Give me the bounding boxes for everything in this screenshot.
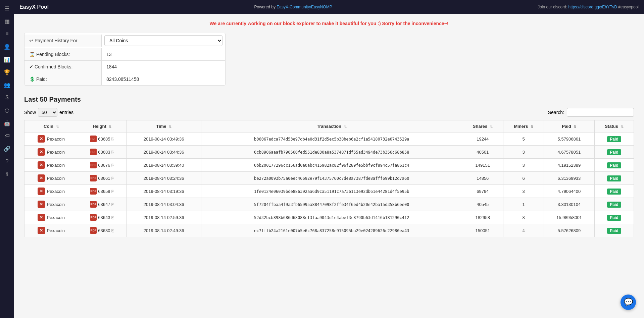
cell-time: 2019-08-14 03:19:36: [127, 185, 201, 198]
time-value: 2019-08-14 03:39:40: [144, 163, 184, 168]
dollar-icon[interactable]: $: [2, 93, 12, 103]
stats-icon[interactable]: 📊: [2, 54, 12, 64]
search-input[interactable]: [567, 108, 634, 117]
payments-table: Coin ⇅ Height ⇅ Time ⇅ Transaction ⇅ Sha…: [24, 120, 634, 237]
paid-amount: 4.19152389: [558, 163, 581, 168]
copy-height-icon[interactable]: ⎘: [111, 163, 114, 168]
tx-hash: be272a0093b75a0eec46692e79f14375760c7de8…: [254, 176, 409, 181]
header: EasyX Pool Powered by EasyX-Community/Ea…: [14, 0, 644, 14]
question-icon[interactable]: ?: [2, 156, 12, 166]
sort-paid-icon[interactable]: ⇅: [574, 125, 576, 128]
robot-icon[interactable]: 🤖: [2, 118, 12, 128]
time-value: 2019-08-14 03:44:36: [144, 150, 184, 155]
sort-coin-icon[interactable]: ⇅: [56, 125, 59, 128]
confirmed-blocks-value: 1844: [102, 61, 225, 73]
col-paid: Paid ⇅: [544, 120, 595, 132]
section-title: Last 50 Payments: [24, 96, 634, 103]
table-row: ✕PexacoinPDF63685⎘2019-08-14 03:49:36b06…: [24, 132, 634, 146]
paid-amount: 4.67578051: [558, 150, 581, 155]
copy-height-icon[interactable]: ⎘: [111, 176, 114, 181]
sort-height-icon[interactable]: ⇅: [109, 125, 111, 128]
sort-miners-icon[interactable]: ⇅: [531, 125, 533, 128]
cell-height: PDF63659⎘: [78, 185, 126, 198]
cell-miners: 6: [503, 172, 544, 185]
table-row: ✕PexacoinPDF63643⎘2019-08-14 02:59:3652d…: [24, 211, 634, 224]
block-icon: PDF: [90, 214, 97, 221]
link-icon[interactable]: 🔗: [2, 144, 12, 154]
cell-coin: ✕Pexacoin: [24, 198, 78, 211]
pending-blocks-label: ⌛ Pending Blocks:: [24, 48, 102, 60]
shares-value: 69794: [477, 189, 489, 194]
cell-height: PDF63647⎘: [78, 198, 126, 211]
cell-miners: 3: [503, 146, 544, 159]
cell-paid: 15.98958001: [544, 211, 595, 224]
cell-status: Paid: [594, 198, 634, 211]
block-icon: PDF: [90, 201, 97, 208]
time-value: 2019-08-14 03:24:36: [144, 176, 184, 181]
users-icon[interactable]: 👤: [2, 42, 12, 52]
copy-height-icon[interactable]: ⎘: [111, 228, 114, 233]
cell-shares: 182958: [462, 211, 503, 224]
sort-time-icon[interactable]: ⇅: [169, 125, 171, 128]
coin-icon: ✕: [38, 188, 45, 195]
sort-shares-icon[interactable]: ⇅: [490, 125, 493, 128]
powered-by-link[interactable]: EasyX-Community/EasyNOMP: [277, 5, 332, 9]
table-body: ✕PexacoinPDF63685⎘2019-08-14 03:49:36b06…: [24, 132, 634, 237]
coin-select[interactable]: All CoinsPexacoin: [104, 35, 222, 46]
show-label: Show: [24, 110, 36, 115]
cell-status: Paid: [594, 172, 634, 185]
discord-link[interactable]: https://discord.gg/xEhYTvD: [568, 5, 617, 9]
block-icon: PDF: [90, 188, 97, 195]
shares-value: 14856: [477, 176, 489, 181]
group-icon[interactable]: 👥: [2, 80, 12, 90]
copy-height-icon[interactable]: ⎘: [111, 215, 114, 220]
cell-time: 2019-08-14 03:49:36: [127, 132, 201, 146]
payment-history-row: ↩ Payment History For All CoinsPexacoin: [24, 33, 225, 48]
sort-status-icon[interactable]: ⇅: [621, 125, 624, 128]
trophy-icon[interactable]: 🏆: [2, 67, 12, 77]
sort-tx-icon[interactable]: ⇅: [344, 125, 347, 128]
paid-value: 8243.08511458: [102, 73, 225, 85]
coin-icon: ✕: [38, 227, 45, 234]
cell-time: 2019-08-14 02:59:36: [127, 211, 201, 224]
cell-paid: 4.19152389: [544, 159, 595, 172]
shares-value: 182958: [476, 215, 490, 220]
cell-paid: 3.30130104: [544, 198, 595, 211]
copy-height-icon[interactable]: ⎘: [111, 202, 114, 207]
shares-value: 40545: [477, 202, 489, 207]
block-icon: PDF: [90, 149, 97, 155]
coin-icon: ✕: [38, 135, 45, 143]
copy-height-icon[interactable]: ⎘: [111, 150, 114, 155]
miners-value: 6: [523, 176, 525, 181]
dashboard-icon[interactable]: ▦: [2, 16, 12, 26]
discord-tag: #easyxpool: [618, 5, 639, 9]
cell-miners: 3: [503, 159, 544, 172]
tag-icon[interactable]: 🏷: [2, 131, 12, 141]
time-value: 2019-08-14 02:49:36: [144, 228, 184, 233]
coin-name: Pexacoin: [47, 176, 65, 181]
miners-value: 3: [523, 150, 525, 155]
cell-transaction: 5f7204ffbaa4f9a3fb65995a88447098f2ffe34f…: [201, 198, 462, 211]
cube-icon[interactable]: ⬡: [2, 105, 12, 115]
coin-name: Pexacoin: [47, 202, 65, 207]
paid-amount: 5.57626809: [558, 228, 581, 233]
list-icon[interactable]: ≡: [2, 29, 12, 39]
shares-value: 150051: [476, 228, 490, 233]
cell-coin: ✕Pexacoin: [24, 146, 78, 159]
col-status: Status ⇅: [594, 120, 634, 132]
info-icon[interactable]: ℹ: [2, 169, 12, 179]
chat-bubble[interactable]: 💬: [621, 295, 636, 310]
tx-hash: 0bb200177296cc156ad0a0abc415982ac82f96f2…: [254, 163, 409, 168]
cell-height: PDF63685⎘: [78, 132, 126, 146]
menu-icon[interactable]: ☰: [2, 3, 12, 13]
tx-hash: ec7fffb24a2161e007b5e6c768a837258e915095…: [254, 228, 409, 233]
copy-height-icon[interactable]: ⎘: [111, 189, 114, 194]
copy-height-icon[interactable]: ⎘: [111, 137, 114, 142]
tx-hash: b06067edca774d53e97db4a0d31f2d5ec5b38beb…: [254, 137, 409, 142]
paid-amount: 15.98958001: [556, 215, 582, 220]
table-controls-right: Search:: [548, 108, 634, 117]
shares-value: 19244: [477, 137, 489, 142]
show-select[interactable]: 50 10 25 100: [38, 108, 57, 117]
paid-amount: 5.57906861: [558, 137, 581, 142]
cell-coin: ✕Pexacoin: [24, 211, 78, 224]
